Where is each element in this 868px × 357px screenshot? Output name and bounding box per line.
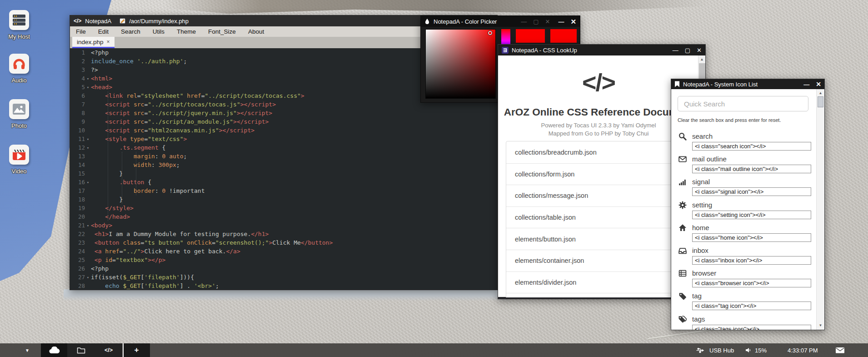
code-text: <script src="../script/ao_module.js"></s… — [91, 117, 269, 126]
icon-list-scrollbar[interactable]: ▲ ▼ — [816, 89, 824, 330]
saturation-value-gradient[interactable] — [425, 29, 496, 99]
line-number: 20 — [70, 212, 85, 221]
line-number: 15 — [70, 169, 85, 178]
css-ref-list-item[interactable]: collections/table.json — [506, 206, 696, 228]
fold-arrow-icon[interactable]: ▾ — [85, 178, 91, 186]
icon-code-input[interactable] — [692, 256, 811, 265]
current-color-swatch[interactable] — [516, 29, 545, 43]
scroll-up-icon[interactable]: ▲ — [698, 55, 705, 63]
icon-name: home — [692, 224, 709, 231]
css-ref-list-item-partial — [506, 293, 696, 297]
menu-item-font_size[interactable]: Font_Size — [208, 28, 236, 35]
messages-tray-item[interactable] — [835, 343, 845, 357]
close-icon[interactable]: ✕ — [816, 81, 821, 87]
notepada-logo-icon: </> — [74, 18, 81, 24]
icon-code-input[interactable] — [692, 302, 811, 310]
code-text: echo $_GET['filepath'] . '<br>'; — [91, 282, 219, 290]
code-line: 20 </head> — [70, 212, 497, 221]
minimize-icon[interactable]: — — [803, 81, 809, 87]
icon-code-input[interactable] — [692, 233, 811, 242]
color-cursor[interactable] — [488, 30, 493, 35]
float-minimize-icon[interactable]: — — [558, 19, 564, 25]
fold-arrow-icon[interactable]: ▾ — [85, 143, 91, 152]
icon-code-input[interactable] — [692, 325, 811, 330]
menu-item-about[interactable]: About — [248, 28, 264, 35]
tag-icon — [678, 292, 687, 300]
css-ref-list-item[interactable]: collections/breadcrumb.json — [506, 141, 696, 163]
css-ref-list-item[interactable]: collections/form.json — [506, 163, 696, 185]
volume-tray-item[interactable]: 15% — [745, 343, 767, 357]
chevron-down-icon: ▼ — [25, 348, 30, 353]
menu-item-utils[interactable]: Utils — [153, 28, 165, 35]
icon-code-input[interactable] — [692, 187, 811, 196]
fold-gutter — [85, 204, 91, 212]
fold-arrow-icon[interactable]: ▾ — [85, 135, 91, 143]
taskbar-expand-chevron[interactable]: ▼ — [18, 343, 36, 357]
icon-code-input[interactable] — [692, 142, 811, 151]
desktop-icon-video[interactable]: Video — [0, 145, 38, 175]
menu-item-edit[interactable]: Edit — [98, 28, 109, 35]
usb-tray-item[interactable]: USB Hub — [696, 343, 734, 357]
maximize-icon[interactable]: ▢ — [685, 47, 690, 53]
clock-tray-item[interactable]: 4:33:07 PM — [788, 343, 818, 357]
taskbar-item-file-explorer[interactable] — [67, 343, 95, 357]
host-icon — [9, 10, 29, 30]
float-close-icon[interactable]: ✕ — [570, 18, 576, 25]
desktop-icon-photo[interactable]: Photo — [0, 99, 38, 129]
fold-arrow-icon[interactable]: ▾ — [85, 221, 91, 230]
minimize-icon[interactable]: — — [521, 19, 527, 25]
scrollbar-thumb[interactable] — [818, 96, 823, 107]
system-icon-list-titlebar[interactable]: NotepadA - System Icon List — ✕ — [671, 79, 824, 89]
scroll-down-icon[interactable]: ▼ — [817, 322, 824, 329]
fold-arrow-icon[interactable]: ▾ — [85, 273, 91, 282]
powered-by-line: Powered by Tocas UI 2.3.3 by Yami Odymel — [498, 122, 699, 129]
code-text: .ts.segment { — [91, 143, 165, 152]
fold-arrow-icon[interactable]: ▾ — [85, 74, 91, 83]
desktop-icon-my-host[interactable]: My Host — [0, 10, 38, 40]
css-lookup-titlebar[interactable]: NotepadA - CSS LookUp — ▢ ✕ — [498, 45, 705, 55]
fold-arrow-icon[interactable]: ▾ — [85, 83, 91, 91]
code-text: <body> — [91, 221, 112, 230]
taskbar-add-button[interactable]: + — [124, 343, 150, 357]
scroll-up-icon[interactable]: ▲ — [817, 89, 824, 96]
color-picker-titlebar[interactable]: NotepadA - Color Picker — ▢ ✕ — ✕ — [421, 16, 580, 27]
code-text: <script src="../script/tocas/tocas.js"><… — [91, 100, 276, 109]
tab-close-icon[interactable]: × — [107, 39, 110, 45]
close-icon[interactable]: ✕ — [697, 47, 702, 53]
line-number: 19 — [70, 204, 85, 212]
taskbar-item-notepada[interactable]: </> — [95, 343, 122, 357]
line-number: 24 — [70, 247, 85, 256]
menu-item-theme[interactable]: Theme — [177, 28, 196, 35]
css-ref-list-item[interactable]: elements/container.json — [506, 250, 696, 272]
search-input[interactable] — [678, 96, 808, 111]
color-picker-title: NotepadA - Color Picker — [434, 18, 497, 25]
minimize-icon[interactable]: — — [673, 47, 678, 53]
menu-item-file[interactable]: File — [76, 28, 86, 35]
css-ref-list-item[interactable]: collections/message.json — [506, 185, 696, 206]
indent-guide — [122, 152, 122, 204]
css-ref-list-item[interactable]: elements/button.json — [506, 228, 696, 250]
code-text: <script src="../script/jquery.min.js"></… — [91, 109, 272, 117]
desktop-icon-audio[interactable]: Audio — [0, 54, 38, 84]
icon-code-input[interactable] — [692, 279, 811, 287]
line-number: 13 — [70, 152, 85, 161]
taskbar-item-cloud-desktop[interactable] — [41, 343, 67, 357]
icon-code-input[interactable] — [692, 211, 811, 219]
tab-index-php[interactable]: index.php × — [72, 37, 115, 48]
fold-gutter — [85, 282, 91, 290]
selected-color-swatch[interactable] — [550, 29, 577, 43]
line-number: 22 — [70, 230, 85, 238]
code-text: <link rel="stylesheet" href="../script/t… — [91, 91, 304, 100]
icon-name: inbox — [692, 246, 708, 254]
code-line: 15 } — [70, 169, 497, 178]
icon-name: tag — [692, 292, 702, 300]
clock-time: 4:33:07 PM — [788, 347, 818, 354]
icon-code-input[interactable] — [692, 165, 811, 173]
code-text: width: 300px; — [91, 161, 180, 169]
css-ref-list-item[interactable]: elements/divider.json — [506, 272, 696, 293]
maximize-icon[interactable]: ▢ — [533, 19, 539, 25]
menu-item-search[interactable]: Search — [121, 28, 140, 35]
close-icon[interactable]: ✕ — [545, 19, 550, 25]
fold-gutter — [85, 238, 91, 247]
code-line: 8 <script src="../script/jquery.min.js">… — [70, 109, 497, 117]
